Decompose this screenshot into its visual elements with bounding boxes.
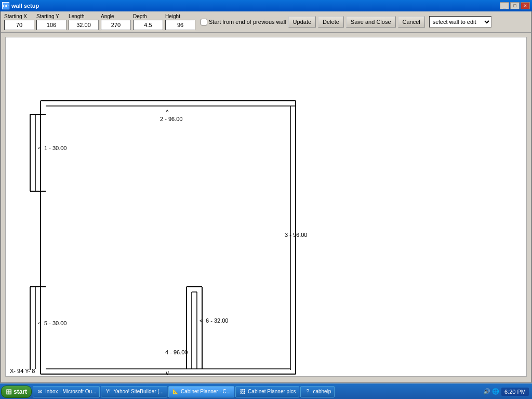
cancel-button[interactable]: Cancel [398, 16, 425, 28]
taskbar-items: ✉ Inbox - Microsoft Ou... Y! Yahoo! Site… [33, 386, 482, 397]
taskbar-icon-2: Y! [104, 388, 112, 395]
svg-text:6 -   32.00: 6 - 32.00 [206, 317, 228, 324]
close-button[interactable]: ✕ [521, 2, 530, 9]
length-input[interactable] [69, 20, 99, 30]
toolbar: Starting X Starting Y Length Angle Depth… [1, 11, 531, 33]
svg-text:4 -   96.00: 4 - 96.00 [165, 349, 188, 355]
starting-x-label: Starting X [4, 14, 27, 19]
depth-input[interactable] [133, 20, 163, 30]
svg-text:<: < [38, 145, 41, 151]
angle-label: Angle [101, 14, 114, 19]
taskbar-label-4: Cabinet Planner pics [248, 389, 296, 394]
minimize-button[interactable]: _ [500, 2, 509, 9]
taskbar-right: 🔊 🌐 6:20 PM [483, 388, 531, 396]
starting-x-group: Starting X [4, 14, 34, 30]
length-group: Length [69, 14, 99, 30]
height-label: Height [165, 14, 180, 19]
svg-text:3 -   96.00: 3 - 96.00 [285, 232, 307, 238]
starting-y-input[interactable] [36, 20, 66, 30]
start-button[interactable]: ⊞ start [1, 385, 32, 398]
taskbar-label-3: Cabinet Planner - C... [181, 389, 231, 394]
delete-button[interactable]: Delete [318, 16, 344, 28]
window-controls: _ □ ✕ [500, 2, 530, 9]
starting-x-input[interactable] [4, 20, 34, 30]
svg-text:v: v [166, 369, 169, 376]
taskbar-icon-5: ? [304, 388, 311, 395]
coordinates-display: X- 94 Y- 8 [10, 368, 35, 374]
save-close-button[interactable]: Save and Close [346, 16, 396, 28]
taskbar-item-3[interactable]: 📐 Cabinet Planner - C... [168, 386, 234, 397]
height-input[interactable] [165, 20, 195, 30]
taskbar-label-2: Yahoo! SiteBuilder (... [113, 389, 164, 394]
taskbar-item-2[interactable]: Y! Yahoo! SiteBuilder (... [101, 386, 167, 397]
svg-text:<: < [38, 320, 41, 326]
angle-input[interactable] [101, 20, 131, 30]
title-bar: DP wall setup _ □ ✕ [0, 0, 532, 11]
window-title: wall setup [11, 3, 39, 9]
update-button[interactable]: Update [288, 16, 316, 28]
system-tray: 🔊 🌐 [483, 388, 499, 395]
maximize-button[interactable]: □ [510, 2, 520, 9]
depth-label: Depth [133, 14, 147, 19]
start-label: start [14, 388, 27, 395]
svg-text:2 -   96.00: 2 - 96.00 [160, 116, 182, 122]
start-from-prev-wall-checkbox[interactable] [201, 19, 207, 25]
svg-text:1 -   30.00: 1 - 30.00 [44, 145, 66, 151]
taskbar-label-5: cabhelp [313, 389, 331, 394]
floor-plan-svg: ^ v < 1 - 30.00 2 - 96.00 3 - 96.00 4 - … [6, 37, 526, 376]
taskbar-label-1: Inbox - Microsoft Ou... [45, 389, 96, 394]
svg-text:<: < [200, 317, 203, 324]
canvas-area[interactable]: ^ v < 1 - 30.00 2 - 96.00 3 - 96.00 4 - … [5, 37, 527, 377]
starting-y-group: Starting Y [36, 14, 66, 30]
field-groups: Starting X Starting Y Length Angle Depth… [4, 14, 195, 30]
starting-y-label: Starting Y [36, 14, 59, 19]
depth-group: Depth [133, 14, 163, 30]
svg-text:^: ^ [166, 109, 169, 116]
taskbar-icon-4: 🖼 [239, 388, 246, 395]
svg-text:5 -   30.00: 5 - 30.00 [44, 320, 66, 326]
length-label: Length [69, 14, 85, 19]
taskbar-item-5[interactable]: ? cabhelp [300, 386, 335, 397]
app-icon: DP [2, 2, 9, 9]
taskbar-item-4[interactable]: 🖼 Cabinet Planner pics [235, 386, 299, 397]
height-group: Height [165, 14, 195, 30]
select-wall-dropdown[interactable]: select wall to edit [429, 16, 491, 28]
window-body: Starting X Starting Y Length Angle Depth… [0, 11, 532, 383]
taskbar-icon-1: ✉ [36, 388, 44, 395]
taskbar-item-1[interactable]: ✉ Inbox - Microsoft Ou... [33, 386, 100, 397]
select-wall-group: select wall to edit [429, 16, 491, 28]
angle-group: Angle [101, 14, 131, 30]
start-from-prev-wall-group: Start from end of previous wall [201, 19, 286, 25]
taskbar-icon-3: 📐 [172, 388, 179, 395]
start-from-prev-wall-label: Start from end of previous wall [209, 19, 286, 25]
taskbar: ⊞ start ✉ Inbox - Microsoft Ou... Y! Yah… [0, 383, 532, 399]
clock: 6:20 PM [501, 388, 529, 396]
